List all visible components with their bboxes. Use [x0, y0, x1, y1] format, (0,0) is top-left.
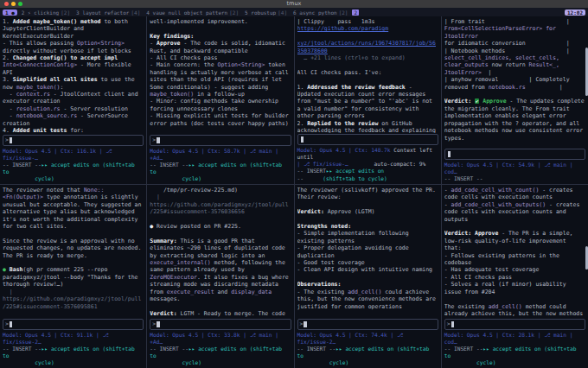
- text-segment: --: [297, 175, 304, 181]
- prompt-input[interactable]: >: [3, 319, 144, 330]
- terminal-line: -- INSERT▸▸ accept edits on: [297, 168, 438, 174]
- text-segment: add_code_cell_with_count(): [451, 187, 540, 194]
- zoom-button[interactable]: [18, 2, 22, 6]
- text-segment: | https://github.com/paradigmxyz/jtool/p…: [150, 194, 288, 215]
- text-segment: - The updates complete the migration cle…: [444, 98, 585, 141]
- close-button[interactable]: [4, 2, 9, 6]
- text-segment: add_cell(): [489, 303, 522, 310]
- terminal-pane-1[interactable]: 1. Added maybe_token() method to both Ju…: [0, 16, 146, 184]
- prompt-char: >: [5, 320, 9, 327]
- terminal-line: [150, 303, 291, 310]
- terminal-line: [444, 223, 585, 230]
- text-segment: and: [214, 289, 232, 295]
- text-segment: - All CI checks pass: [444, 274, 512, 281]
- terminal-line: 1. Added maybe_token() method to both Ju…: [3, 18, 144, 40]
- text-cursor: [10, 321, 13, 327]
- text-segment: add_cell(): [348, 289, 381, 295]
- terminal-pane-2[interactable]: well-implemented improvement. Key findin…: [147, 16, 293, 184]
- tmux-window-label: 4 vaue null object pattern: [146, 10, 227, 16]
- terminal-line: -- INSERT --▸▸ accept edits on (shift+ta…: [444, 346, 585, 359]
- terminal-line: well-implemented improvement.: [150, 18, 291, 25]
- terminal-line: [297, 61, 438, 68]
- tmux-window-label: 6 async python: [293, 10, 337, 16]
- terminal-line: - All CI checks pass: [444, 274, 585, 281]
- text-segment: Model: Opus 4.5 | Ctx: 148.7k: [297, 147, 394, 153]
- terminal-pane-4[interactable]: | From trait |From<CellSelectionParseErr…: [442, 16, 588, 184]
- terminal-line: - Has adequate test coverage: [444, 266, 585, 273]
- prompt-input[interactable]: >: [150, 319, 291, 330]
- terminal-line: Since the review is an approval with no …: [3, 238, 144, 259]
- text-cursor: [304, 321, 307, 327]
- pane-content: | From trait |From<CellSelectionParseErr…: [444, 18, 585, 148]
- text-segment: Approve (LGTM): [324, 208, 375, 215]
- text-segment: - The existing: [297, 289, 348, 295]
- tmux-window-tab[interactable]: 2 ⚡ clicking[2]: [22, 10, 70, 16]
- terminal-line: xyz/jtool/actions/runs/19674307817/job/5…: [297, 33, 438, 54]
- terminal-line: - Good test coverage: [297, 259, 438, 266]
- terminal-pane-7[interactable]: The reviewer (sslivkoff) approved the PR…: [295, 185, 441, 368]
- text-segment: -- INSERT: [297, 168, 327, 174]
- prompt-input[interactable]: [297, 134, 438, 145]
- terminal-pane-3[interactable]: | Clippy pass 1m3s https://github.com/pa…: [295, 16, 441, 184]
- pane-statusline: Model: Opus 4.5 | Ctx: 28.1k | ⎇ main | …: [444, 331, 585, 366]
- terminal-line: -- INSERT --: [444, 175, 585, 182]
- link[interactable]: https://github.com/paradigm: [297, 25, 389, 32]
- text-segment: (shift+tab to cycle): [304, 175, 387, 181]
- minimize-button[interactable]: [11, 2, 16, 6]
- text-segment: - Follows existing patterns in the codeb…: [444, 252, 563, 266]
- text-segment: - Proper delegation avoiding code duplic…: [297, 244, 412, 258]
- terminal-line: Summary: This is a good PR that eliminat…: [150, 238, 291, 303]
- prompt-input[interactable]: >: [444, 319, 585, 330]
- tmux-active-window-marker[interactable]: 2: [352, 10, 359, 16]
- prompt-input[interactable]: >: [150, 135, 291, 146]
- terminal-line: cycle): [3, 359, 144, 366]
- terminal-pane-6[interactable]: /tmp/pr-review-225.md) | https://github.…: [147, 185, 293, 368]
- clock: 12:02: [565, 10, 585, 16]
- text-segment: -: [444, 187, 451, 194]
- text-segment: Verdict: Approve: [444, 230, 499, 237]
- tmux-window-tab[interactable]: 3 layout refactor[4]: [76, 10, 140, 16]
- text-segment: cycle): [3, 175, 54, 181]
- text-segment: Approve: [483, 98, 506, 105]
- text-segment: Model: Opus 4.5 | Ctx: 74.4k | ⎇ fix/iss…: [297, 332, 406, 345]
- terminal-line: 2. Replied to the review on GitHub ackno…: [297, 120, 438, 133]
- text-segment: -: [3, 91, 16, 98]
- tmux-window: tmux 1 ● 2 ⚡ clicking[2]3 layout refacto…: [0, 0, 588, 368]
- terminal-pane-8[interactable]: - add_code_cell_with_count() - creates c…: [442, 185, 588, 368]
- tmux-window-tab[interactable]: 6 async python[2]: [293, 10, 348, 16]
- terminal-line: Model: Opus 4.5 | Ctx: 28.1k | ⎇ main | …: [444, 332, 585, 346]
- link[interactable]: xyz/jtool/actions/runs/19674307817/job/5…: [297, 40, 436, 54]
- terminal-line: - All CI checks pass: [150, 54, 291, 61]
- terminal-line: Verdict: Approve (LGTM): [297, 208, 438, 215]
- prompt-input[interactable]: >: [297, 319, 438, 330]
- tmux-window-tab[interactable]: 4 vaue null object pattern[2]: [146, 10, 239, 16]
- terminal-line: Model: Opus 4.5 | Ctx: 116.1k | ⎇ fix/is…: [3, 148, 144, 162]
- text-segment: resolution.rs: [16, 105, 61, 112]
- prompt-input[interactable]: >: [3, 135, 144, 146]
- tmux-window-tab[interactable]: 5 robustup[4]: [245, 10, 287, 16]
- terminal-line: -- INSERT --▸▸ accept edits on (shift+ta…: [3, 162, 144, 175]
- prompt-char: >: [300, 320, 304, 327]
- text-segment: :: [61, 84, 64, 91]
- text-segment: Verdict:: [150, 310, 176, 317]
- pane-statusline: Model: Opus 4.5 | Ctx: 74.4k | ⎇ fix/iss…: [297, 331, 438, 366]
- tmux-window-badge: [4]: [131, 10, 140, 16]
- terminal-line: [297, 216, 438, 223]
- text-segment: Simplified all call sites: [13, 76, 98, 83]
- text-segment: maybe_token(): [16, 84, 61, 91]
- terminal-pane-5[interactable]: The reviewer noted that None::<Fn(Output…: [0, 185, 146, 368]
- pane-content: - add_code_cell_with_count() - creates c…: [444, 187, 585, 318]
- text-segment: Into<ConnectionConfig>: [3, 61, 77, 68]
- text-segment: -- INSERT --: [444, 346, 483, 352]
- text-segment: Since the review is an approval with no …: [3, 238, 144, 259]
- text-segment: now return: [489, 61, 529, 68]
- text-segment: -: [150, 40, 157, 47]
- terminal-line: [444, 295, 585, 302]
- terminal-line: 1. Addressed the review feedback - Updat…: [297, 84, 438, 120]
- prompt-input[interactable]: [444, 149, 585, 160]
- pane-statusline: Model: Opus 4.5 | Ctx: 58.7k | ⎇ main | …: [150, 147, 291, 182]
- terminal-line: [444, 142, 585, 148]
- terminal-line: - Minor: config methods take ownership f…: [150, 98, 291, 112]
- tmux-session-badge[interactable]: 1 ●: [3, 10, 17, 16]
- terminal-line: [3, 310, 144, 317]
